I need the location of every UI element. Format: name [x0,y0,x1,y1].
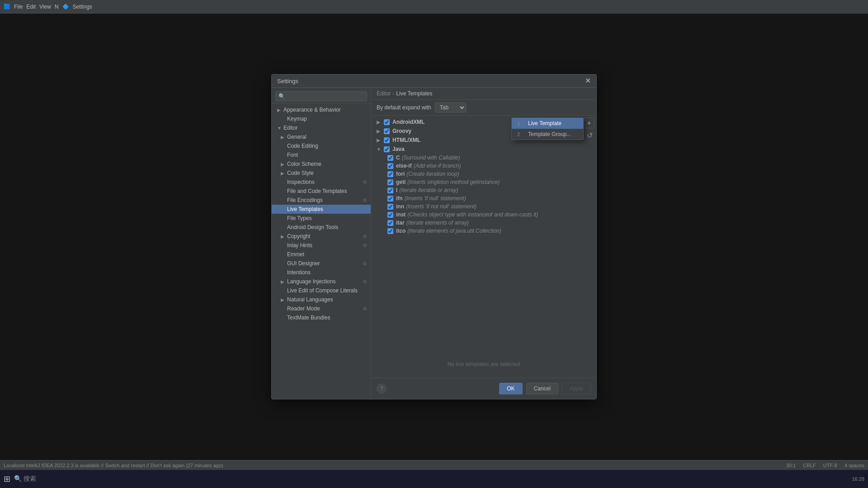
sidebar-label-inspections: Inspections [287,179,315,185]
item-desc: (Checks object type with instanceof and … [407,211,538,218]
help-button[interactable]: ? [377,384,387,394]
sidebar-item-natural-languages[interactable]: ▶Natural Languages [272,295,371,304]
template-item[interactable]: else-if (Add else-if branch) [371,162,596,170]
sidebar-item-general[interactable]: ▶General [272,132,371,141]
item-desc: (Add else-if branch) [414,163,461,169]
status-encoding: UTF-8 [823,463,837,468]
item-desc: (Inserts 'if not null' statement) [406,203,476,210]
sidebar-item-appearance[interactable]: ▶Appearance & Behavior [272,105,371,114]
context-menu-live-template[interactable]: 1 Live Template [512,118,583,129]
context-menu-template-group[interactable]: 2 Template Group... [512,129,583,140]
template-item[interactable]: inn (Inserts 'if not null' statement) [371,202,596,211]
sidebar-item-textmate[interactable]: TextMate Bundles [272,313,371,322]
taskbar-search[interactable]: 🔍 搜索 [14,475,36,483]
taskbar-start[interactable]: ⊞ [4,474,10,484]
group-checkbox-htmlxml[interactable] [384,137,390,143]
template-item[interactable]: itar (Iterate elements of array) [371,219,596,227]
sidebar-item-color-scheme[interactable]: ▶Color Scheme [272,160,371,169]
ide-menu-edit[interactable]: Edit [26,4,36,10]
sidebar-item-file-code-templates[interactable]: File and Code Templates [272,187,371,196]
sidebar-item-android-design[interactable]: Android Design Tools [272,223,371,232]
item-checkbox-I[interactable] [387,188,393,193]
item-checkbox-else-if[interactable] [387,163,393,169]
ide-menu-file[interactable]: File [14,4,23,10]
sidebar-label-emmet: Emmet [287,251,304,258]
item-checkbox-geti[interactable] [387,179,393,185]
gear-icon-language-injections: ⚙ [363,279,367,285]
sidebar-label-file-code-templates: File and Code Templates [287,188,347,194]
item-checkbox-ifn[interactable] [387,196,393,202]
dialog-overlay: Settings ✕ ▶Appearance & BehaviorKeymap▼… [0,14,868,460]
search-input[interactable] [275,91,367,101]
sidebar-item-emmet[interactable]: Emmet [272,250,371,259]
item-checkbox-inst[interactable] [387,212,393,218]
menu-item-label-2: Template Group... [528,131,571,137]
sidebar-arrow-language-injections: ▶ [281,279,285,284]
item-checkbox-inn[interactable] [387,204,393,210]
sidebar-item-inlay-hints[interactable]: Inlay Hints⚙ [272,241,371,250]
sidebar-arrow-general: ▶ [281,135,285,140]
sidebar-item-gui-designer[interactable]: GUI Designer⚙ [272,259,371,268]
sidebar-label-textmate: TextMate Bundles [287,314,330,321]
item-abbr: itar [396,220,405,226]
template-item[interactable]: geti (Inserts singleton method getInstan… [371,178,596,186]
sidebar-item-file-encodings[interactable]: File Encodings⚙ [272,196,371,205]
group-checkbox-androidxml[interactable] [384,119,390,125]
group-checkbox-groovy[interactable] [384,128,390,134]
sidebar-item-code-editing[interactable]: Code Editing [272,141,371,150]
item-checkbox-fori[interactable] [387,171,393,177]
dialog-title: Settings [277,78,298,84]
template-item[interactable]: itco (Iterate elements of java.util.Coll… [371,227,596,235]
group-arrow-htmlxml: ▶ [377,138,381,143]
sidebar-item-inspections[interactable]: Inspections⚙ [272,178,371,187]
sidebar-item-font[interactable]: Font [272,150,371,160]
template-group-java: ▼ Java C (Surround with Callable) else-i… [371,145,596,235]
ide-icon: 🔷 [62,4,69,10]
cancel-button[interactable]: Cancel [526,383,558,394]
status-bar: Localized IntelliJ IDEA 2022.2.3 is avai… [0,460,868,470]
expand-select[interactable]: Tab Enter Space [435,103,466,113]
group-header-java[interactable]: ▼ Java [371,145,596,154]
undo-button[interactable]: ↺ [585,130,594,141]
status-line-ending: CRLF [803,463,816,468]
item-checkbox-itar[interactable] [387,220,393,226]
sidebar-item-code-style[interactable]: ▶Code Style [272,169,371,178]
sidebar-item-file-types[interactable]: File Types [272,214,371,223]
template-item[interactable]: C (Surround with Callable) [371,154,596,162]
status-text: No live templates are selected [448,361,520,367]
sidebar-item-language-injections[interactable]: ▶Language Injections⚙ [272,277,371,286]
sidebar-item-live-edit[interactable]: Live Edit of Compose Literals [272,286,371,295]
sidebar-arrow-natural-languages: ▶ [281,297,285,302]
status-indent: 4 spaces [844,463,864,468]
sidebar-item-intentions[interactable]: Intentions [272,268,371,277]
template-item[interactable]: fori (Create iteration loop) [371,170,596,178]
add-button[interactable]: + [584,117,594,128]
sidebar-label-font: Font [287,152,298,158]
sidebar-item-live-templates[interactable]: Live Templates [272,205,371,214]
item-abbr: inn [396,203,404,210]
close-button[interactable]: ✕ [585,77,591,84]
sidebar-item-copyright[interactable]: ▶Copyright⚙ [272,232,371,241]
group-label-java: Java [392,146,405,152]
ide-logo: 🟦 [4,4,10,10]
sidebar-item-editor[interactable]: ▼Editor [272,123,371,132]
group-checkbox-java[interactable] [384,146,390,152]
gear-icon-inspections: ⚙ [363,179,367,185]
sidebar-label-intentions: Intentions [287,269,311,276]
taskbar-apps: 16:28 [852,476,864,482]
sidebar-item-reader-mode[interactable]: Reader Mode⚙ [272,304,371,313]
sidebar-item-keymap[interactable]: Keymap [272,114,371,123]
content-toolbar: By default expand with Tab Enter Space [371,100,596,116]
sidebar-label-editor: Editor [283,125,297,131]
gear-icon-inlay-hints: ⚙ [363,243,367,249]
item-checkbox-itco[interactable] [387,228,393,234]
item-checkbox-C[interactable] [387,155,393,161]
ide-menu-view[interactable]: View [39,4,51,10]
template-item[interactable]: I (Iterate Iterable or array) [371,186,596,194]
content-area: Editor › Live Templates By default expan… [371,88,596,399]
template-item[interactable]: inst (Checks object type with instanceof… [371,211,596,219]
ok-button[interactable]: OK [499,383,522,394]
template-item[interactable]: ifn (Inserts 'if null' statement) [371,194,596,202]
ide-menu-navigate[interactable]: N [55,4,59,10]
apply-button[interactable]: Apply [562,383,591,394]
